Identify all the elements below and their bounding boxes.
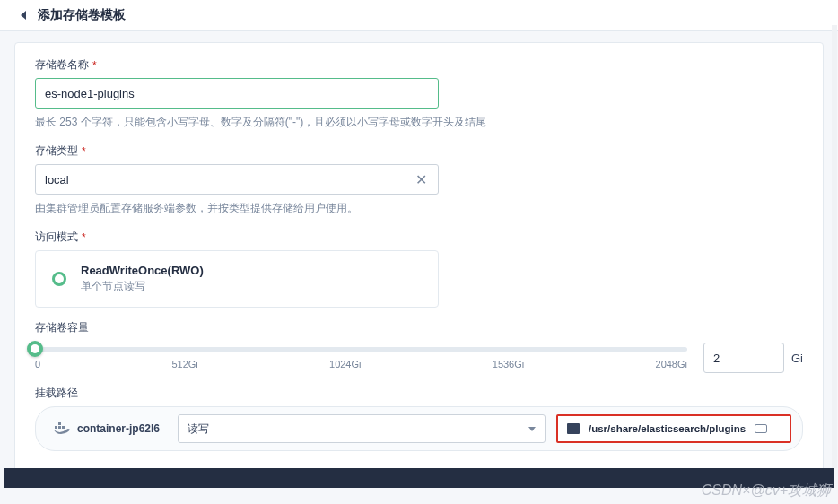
mount-row: container-jp62l6 读写 /usr/share/elasticse… [35, 406, 803, 451]
capacity-slider[interactable]: 0 512Gi 1024Gi 1536Gi 2048Gi [35, 347, 687, 369]
page-title: 添加存储卷模板 [38, 7, 126, 23]
scrollbar[interactable] [832, 25, 837, 468]
field-type: 存储类型* local ✕ 由集群管理员配置存储服务端参数，并按类型提供存储给用… [35, 143, 803, 217]
required-mark: * [92, 59, 97, 72]
folder-icon [567, 423, 580, 434]
svg-rect-2 [58, 422, 61, 425]
watermark: CSDN×@cv+攻城狮 [702, 482, 831, 500]
storage-type-select[interactable]: local ✕ [35, 164, 439, 195]
subpath-icon [755, 424, 767, 433]
field-mount: 挂载路径 container-jp62l6 读写 /usr/share/elas… [35, 386, 803, 451]
field-name: 存储卷名称* 最长 253 个字符，只能包含小写字母、数字及分隔符("-")，且… [35, 57, 803, 131]
docker-icon [54, 422, 70, 435]
svg-rect-3 [62, 426, 65, 429]
back-icon[interactable] [18, 9, 31, 22]
field-capacity: 存储卷容量 0 512Gi 1024Gi 1536Gi 2048Gi Gi [35, 320, 803, 373]
radio-selected-icon [52, 272, 66, 286]
access-mode-option[interactable]: ReadWriteOnce(RWO) 单个节点读写 [35, 250, 439, 308]
mount-mode-select[interactable]: 读写 [178, 414, 546, 443]
capacity-input[interactable] [703, 343, 784, 373]
mount-path-input[interactable]: /usr/share/elasticsearch/plugins [556, 414, 791, 443]
volume-name-input[interactable] [35, 78, 439, 109]
form-card: 存储卷名称* 最长 253 个字符，只能包含小写字母、数字及分隔符("-")，且… [14, 42, 824, 474]
clear-type-icon[interactable]: ✕ [414, 171, 429, 188]
chevron-down-icon [528, 427, 536, 431]
slider-thumb[interactable] [27, 341, 43, 357]
name-help: 最长 253 个字符，只能包含小写字母、数字及分隔符("-")，且必须以小写字母… [35, 114, 803, 131]
svg-rect-0 [55, 426, 57, 429]
container-chip: container-jp62l6 [47, 422, 167, 435]
page-header: 添加存储卷模板 [0, 0, 838, 31]
type-help: 由集群管理员配置存储服务端参数，并按类型提供存储给用户使用。 [35, 200, 803, 217]
field-access: 访问模式* ReadWriteOnce(RWO) 单个节点读写 [35, 230, 803, 308]
svg-rect-1 [58, 426, 61, 429]
